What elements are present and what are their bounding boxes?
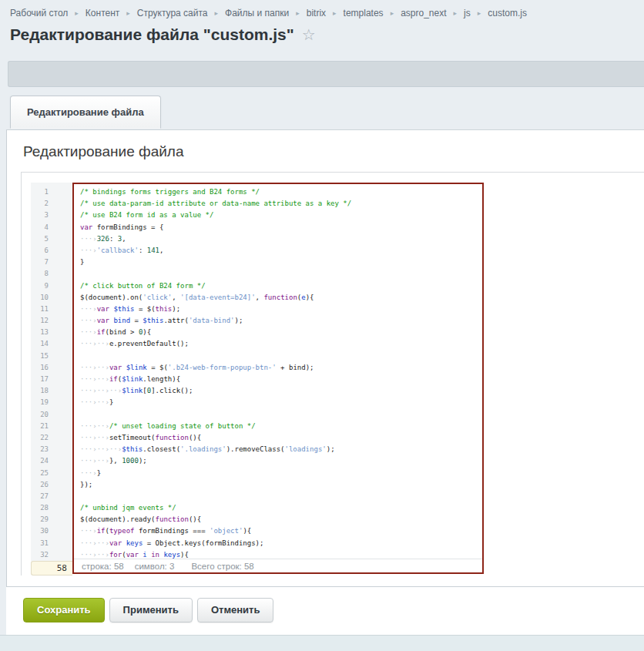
code-line: ···›··›setTimeout(function(){ [80,432,482,444]
line-number: 26 [31,479,72,491]
active-line-number: 58 [31,561,72,575]
page-footer-strip [0,635,644,651]
code-line [80,268,482,280]
line-number: 15 [31,351,72,362]
code-line: /* click button of B24 form */ [80,280,482,292]
line-number: 27 [31,491,72,502]
code-editor: 1234567891011121314151617181920212223242… [21,172,644,575]
code-line: }); [80,479,482,491]
code-line: ···›326: 3, [80,233,482,245]
line-number: 19 [31,397,72,408]
code-line: /* bindings forms triggers and B24 forms… [80,186,482,198]
line-number: 16 [31,362,72,374]
breadcrumb-separator-icon: ▸ [478,8,481,18]
line-number: 28 [31,502,72,514]
line-number: 4 [31,222,72,233]
code-line: var formBindings = { [80,222,482,233]
line-number: 9 [31,280,72,292]
line-number: 22 [31,432,72,444]
line-number: 32 [31,549,72,561]
breadcrumb-item[interactable]: Контент [86,8,119,18]
code-line: ···›··›}, 1000); [80,455,482,467]
line-number: 25 [31,468,72,479]
code-line: $(document).on('click', '[data-event=b24… [80,292,482,304]
breadcrumb-separator-icon: ▸ [391,8,394,18]
apply-button[interactable]: Применить [109,598,193,622]
code-line: ···›if(typeof formBindings === 'object')… [80,525,482,537]
code-line [80,491,482,502]
line-number: 12 [31,315,72,327]
breadcrumb-item[interactable]: custom.js [488,8,527,18]
line-number: 11 [31,304,72,315]
breadcrumb-item[interactable]: aspro_next [401,8,446,18]
code-line: ···›var $this = $(this); [80,304,482,315]
line-number: 29 [31,514,72,525]
breadcrumb-separator-icon: ▸ [215,8,219,18]
line-number: 20 [31,409,72,421]
line-number: 10 [31,292,72,304]
breadcrumb-item[interactable]: Файлы и папки [225,8,289,18]
line-number: 17 [31,374,72,385]
breadcrumb-separator-icon: ▸ [75,8,79,18]
line-number: 1 [31,186,72,198]
breadcrumb: Рабочий стол▸Контент▸Структура сайта▸Фай… [0,0,644,19]
breadcrumb-item[interactable]: bitrix [307,8,326,18]
line-number: 3 [31,210,72,221]
tab-bar: Редактирование файла [0,96,644,129]
form-buttons: СохранитьПрименитьОтменить [6,587,644,635]
save-button[interactable]: Сохранить [23,598,105,622]
line-number: 2 [31,198,72,210]
breadcrumb-item[interactable]: Структура сайта [137,8,208,18]
line-numbers: 1234567891011121314151617181920212223242… [31,183,72,561]
line-number: 6 [31,245,72,257]
line-number: 30 [31,525,72,537]
code-line: ···›} [80,468,482,479]
line-number: 21 [31,421,72,432]
breadcrumb-separator-icon: ▸ [126,8,130,18]
line-number: 14 [31,338,72,350]
section-heading: Редактирование файла [7,130,644,172]
code-line: ···›··›var keys = Object.keys(formBindin… [80,538,482,549]
code-line: ···›··›} [80,397,482,408]
editor-statusbar: строка: 58символ: 3Всего строк: 58 [74,559,482,572]
line-number: 18 [31,385,72,397]
code-line: } [80,257,482,268]
code-line: /* use data-param-id attribute or data-n… [80,198,482,210]
status-item: Всего строк: 58 [191,562,253,571]
code-line: ···›··›for(var i in keys){ [80,549,482,559]
status-item: символ: 3 [135,562,175,571]
code-content[interactable]: /* bindings forms triggers and B24 forms… [74,184,482,559]
status-item: строка: 58 [82,562,124,571]
line-number: 13 [31,327,72,338]
code-line: ···›'callback': 141, [80,245,482,257]
page-title: Редактирование файла "custom.js"☆ [10,25,644,44]
favorite-star-icon[interactable]: ☆ [302,26,316,43]
tab-file-edit[interactable]: Редактирование файла [10,96,161,129]
code-line: ···›··›/* unset loading state of button … [80,421,482,432]
line-number: 5 [31,233,72,245]
line-number: 31 [31,538,72,549]
editor-gutter: 1234567891011121314151617181920212223242… [31,183,72,575]
cancel-button[interactable]: Отменить [197,598,274,622]
line-number: 23 [31,444,72,455]
line-number: 7 [31,257,72,268]
breadcrumb-item[interactable]: templates [344,8,384,18]
content-area: Редактирование файла 1234567891011121314… [6,129,644,635]
code-line: /* unbind jqm events */ [80,502,482,514]
line-number: 8 [31,268,72,280]
breadcrumb-separator-icon: ▸ [454,8,458,18]
admin-toolbar [8,61,644,87]
line-number: 24 [31,455,72,467]
code-line: ···›var bind = $this.attr('data-bind'); [80,315,482,327]
breadcrumb-item[interactable]: js [464,8,471,18]
code-line: ···›··›if($link.length){ [80,374,482,385]
code-line: ···›if(bind > 0){ [80,327,482,338]
breadcrumb-item[interactable]: Рабочий стол [10,8,68,18]
code-line: $(document).ready(function(){ [80,514,482,525]
code-textarea[interactable]: /* bindings forms triggers and B24 forms… [72,183,484,574]
page-title-text: Редактирование файла "custom.js" [10,25,294,43]
code-line: /* use B24 form id as a value */ [80,210,482,221]
code-line: ···›··›··›$link[0].click(); [80,385,482,397]
code-line: ···›··›e.preventDefault(); [80,338,482,350]
code-line: ···›··›var $link = $('.b24-web-form-popu… [80,362,482,374]
